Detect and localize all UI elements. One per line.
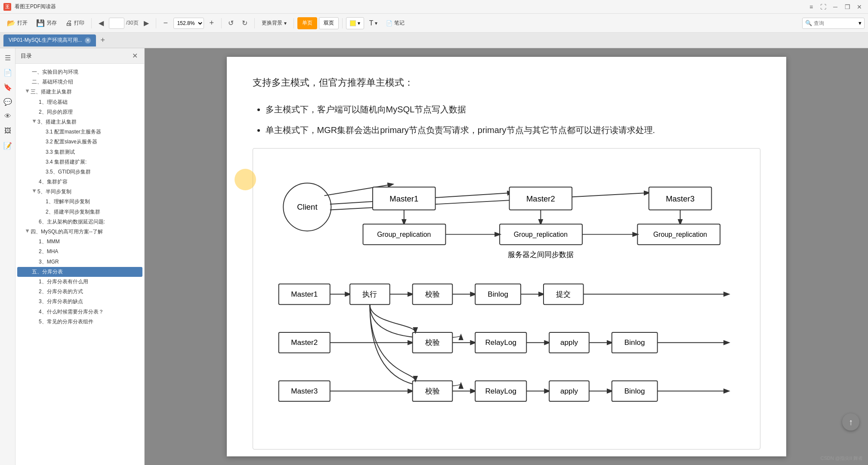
sidebar-page-icon[interactable]: 📄 xyxy=(2,66,14,78)
table-of-contents: 一、实验目的与环境二、基础环境介绍▶三、搭建主从集群1、理论基础2、同步的原理▶… xyxy=(15,64,144,465)
search-input[interactable] xyxy=(814,20,857,26)
rotate-left-button[interactable]: ↺ xyxy=(225,17,237,29)
toc-item[interactable]: 2、搭建半同步复制集群 xyxy=(17,207,142,217)
master1-left-label: Master1 xyxy=(291,289,318,298)
highlight-dropdown-icon: ▾ xyxy=(358,20,360,26)
toc-item[interactable]: 3.4 集群搭建扩展: xyxy=(17,157,142,167)
separator5 xyxy=(293,18,294,28)
toc-item[interactable]: 3.2 配置slave从服务器 xyxy=(17,137,142,147)
toc-item[interactable]: ▶四、MySQL的高可用方案--了解 xyxy=(17,227,142,237)
sidebar-comment-icon[interactable]: 💬 xyxy=(2,96,14,108)
group-rep2-label: Group_replication xyxy=(513,230,567,238)
navigation-area: ◀ 24 /30页 ▶ xyxy=(95,17,152,29)
window-controls: ≡ ⛶ ─ ❒ ✕ xyxy=(806,2,865,12)
note-button[interactable]: 📄 笔记 xyxy=(383,16,408,30)
sidebar-bookmark-icon[interactable]: 🔖 xyxy=(2,81,14,93)
search-icon: 🔍 xyxy=(805,20,812,26)
print-icon: 🖨 xyxy=(65,19,72,27)
sidebar-eye-icon[interactable]: 👁 xyxy=(2,110,14,122)
sidebar-image-icon[interactable]: 🖼 xyxy=(2,125,14,137)
toc-item[interactable]: 4、集群扩容 xyxy=(17,177,142,187)
prev-page-button[interactable]: ◀ xyxy=(95,17,107,29)
next-page-button[interactable]: ▶ xyxy=(140,17,152,29)
commit1-label: 提交 xyxy=(556,289,571,298)
toc-item[interactable]: 2、同步的原理 xyxy=(17,107,142,117)
separator6 xyxy=(342,18,343,28)
toc-item[interactable]: 2、MHA xyxy=(17,247,142,257)
rotate-right-button[interactable]: ↻ xyxy=(239,17,251,29)
sidebar-close-button[interactable]: ✕ xyxy=(130,52,139,60)
sidebar-toc-icon[interactable]: ☰ xyxy=(2,52,14,64)
close-button[interactable]: ✕ xyxy=(854,2,865,12)
add-tab-button[interactable]: + xyxy=(98,35,108,46)
bullet-item-0: 多主模式下，客户端可以随机向MySQL节点写入数据 xyxy=(266,102,760,117)
client-label: Client xyxy=(297,202,318,211)
text-tool-dropdown: ▾ xyxy=(375,20,377,26)
toc-item[interactable]: ▶3、搭建主从集群 xyxy=(17,117,142,127)
toc-item[interactable]: 5、常见的分库分表组件 xyxy=(17,317,142,327)
toc-item[interactable]: 一、实验目的与环境 xyxy=(17,67,142,77)
toc-item[interactable]: 五、分库分表 xyxy=(17,267,142,277)
toc-item[interactable]: 3.1 配置master主服务器 xyxy=(17,127,142,137)
highlight-button[interactable]: ▾ xyxy=(346,17,364,29)
dropdown-icon: ▾ xyxy=(284,20,287,26)
toc-item[interactable]: 3、分库分表的缺点 xyxy=(17,297,142,307)
toc-item[interactable]: 3.3 集群测试 xyxy=(17,147,142,157)
save-button[interactable]: 💾 另存 xyxy=(33,16,60,30)
main-area: ☰ 📄 🔖 💬 👁 🖼 📝 目录 ✕ 一、实验目的与环境二、基础环境介绍▶三、搭… xyxy=(0,48,868,465)
sidebar-note-icon[interactable]: 📝 xyxy=(2,140,14,152)
note-icon: 📄 xyxy=(386,20,392,26)
toc-item[interactable]: ▶三、搭建主从集群 xyxy=(17,87,142,97)
execute1-label: 执行 xyxy=(362,289,377,298)
print-button[interactable]: 🖨 打印 xyxy=(62,16,88,30)
search-box: 🔍 ▾ xyxy=(802,18,865,29)
minimize-button[interactable]: ─ xyxy=(830,2,840,12)
separator4 xyxy=(254,18,255,28)
separator3 xyxy=(221,18,222,28)
fullscreen-button[interactable]: ⛶ xyxy=(818,2,828,12)
binlog1-label: Binlog xyxy=(488,289,508,298)
content-area[interactable]: 支持多主模式，但官方推荐单主模式： 多主模式下，客户端可以随机向MySQL节点写… xyxy=(145,48,868,465)
restore-button[interactable]: ❒ xyxy=(842,2,853,12)
sidebar-title: 目录 xyxy=(21,52,32,60)
toc-item[interactable]: ▶5、半同步复制 xyxy=(17,187,142,197)
page-number-input[interactable]: 24 xyxy=(109,18,124,29)
toc-item[interactable]: 1、理解半同步复制 xyxy=(17,197,142,207)
toc-item[interactable]: 2、分库分表的方式 xyxy=(17,287,142,297)
toc-item[interactable]: 3.5、GTID同步集群 xyxy=(17,167,142,177)
zoom-in-button[interactable]: + xyxy=(206,17,218,29)
toc-item[interactable]: 6、主从架构的数据延迟问题: xyxy=(17,217,142,227)
master3-left-label: Master3 xyxy=(291,386,318,395)
master2-left-label: Master2 xyxy=(291,338,318,347)
toc-item[interactable]: 4、什么时候需要分库分表？ xyxy=(17,307,142,317)
toc-item[interactable]: 1、分库分表有什么用 xyxy=(17,277,142,287)
tab-close-button[interactable]: ✕ xyxy=(85,37,91,43)
toc-item[interactable]: 1、MMM xyxy=(17,237,142,247)
double-page-button[interactable]: 双页 xyxy=(319,17,339,29)
zoom-select[interactable]: 152.8% xyxy=(173,18,204,29)
open-button[interactable]: 📂 打开 xyxy=(3,16,31,30)
single-page-button[interactable]: 单页 xyxy=(297,17,317,29)
master2-top-label: Master2 xyxy=(526,194,555,203)
bullet-item-1: 单主模式下，MGR集群会选出primary节点负责写请求，primary节点与其… xyxy=(266,122,760,138)
toc-item[interactable]: 二、基础环境介绍 xyxy=(17,77,142,87)
verify1-label: 校验 xyxy=(424,289,439,298)
open-icon: 📂 xyxy=(7,19,15,27)
toc-item[interactable]: 1、理论基础 xyxy=(17,97,142,107)
zoom-out-button[interactable]: − xyxy=(160,17,172,29)
sync-label: 服务器之间同步数据 xyxy=(507,250,573,259)
relaylog3-label: RelayLog xyxy=(485,386,516,395)
change-bg-button[interactable]: 更换背景 ▾ xyxy=(258,16,290,30)
tab-pdf[interactable]: VIP01-MySQL生产环境高可用... ✕ xyxy=(3,34,96,46)
separator xyxy=(91,18,92,28)
scroll-back-button[interactable]: ↑ xyxy=(842,413,859,431)
app-icon: 王 xyxy=(3,3,11,11)
pdf-page: 支持多主模式，但官方推荐单主模式： 多主模式下，客户端可以随机向MySQL节点写… xyxy=(227,57,786,456)
page-total-label: /30页 xyxy=(126,19,139,27)
toc-item[interactable]: 3、MGR xyxy=(17,257,142,267)
settings-button[interactable]: ≡ xyxy=(806,2,816,12)
sidebar: 目录 ✕ 一、实验目的与环境二、基础环境介绍▶三、搭建主从集群1、理论基础2、同… xyxy=(15,48,145,465)
group-rep1-label: Group_replication xyxy=(377,230,431,238)
verify2-label: 校验 xyxy=(424,338,439,347)
text-tool-button[interactable]: T ▾ xyxy=(366,16,381,30)
